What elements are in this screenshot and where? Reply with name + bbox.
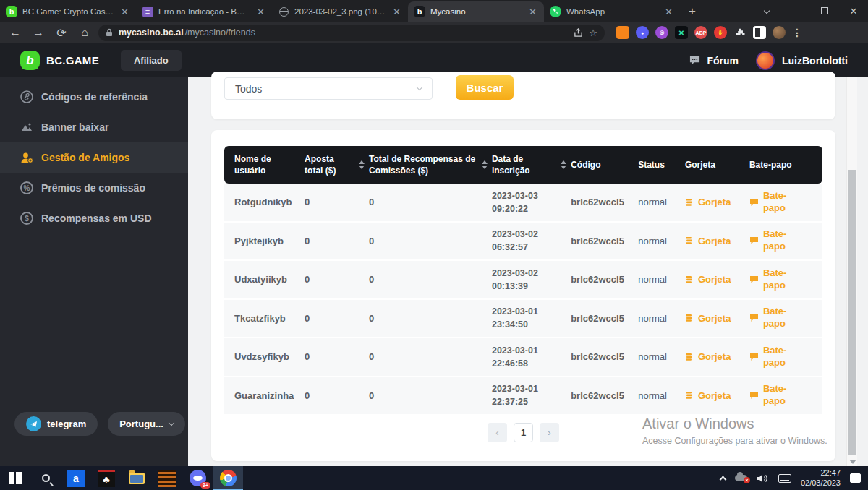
tip-button[interactable]: Gorjeta [685, 313, 749, 324]
language-selector[interactable]: Portugu... [108, 412, 185, 436]
tip-button[interactable]: Gorjeta [685, 351, 749, 362]
tip-button[interactable]: Gorjeta [685, 274, 749, 285]
column-header-signup-date[interactable]: Data de inscrição [492, 153, 571, 176]
cell-username: Tkcatzfikyb [234, 313, 305, 324]
minimize-button[interactable]: — [781, 0, 810, 22]
sidebar-item-gestao-de-amigos[interactable]: Gestão de Amigos [0, 142, 188, 173]
purple-orb-icon[interactable]: ◎ [655, 26, 668, 39]
bcgame-logo-icon: b [20, 51, 40, 70]
table-header-row: Nome de usuário Aposta total ($) Total d… [224, 146, 822, 184]
tray-expand-icon[interactable] [719, 476, 726, 483]
column-header-bet-total[interactable]: Aposta total ($) [305, 153, 369, 176]
metamask-icon[interactable] [616, 26, 629, 39]
close-tab-icon[interactable]: ✕ [255, 7, 266, 17]
pagination-current-page[interactable]: 1 [514, 423, 533, 442]
close-tab-icon[interactable]: ✕ [391, 7, 402, 17]
username-label[interactable]: LuizBortolotti [782, 55, 848, 66]
back-icon[interactable]: ← [6, 23, 25, 42]
exchange-icon[interactable]: ✕ [675, 26, 688, 39]
close-window-button[interactable]: ✕ [839, 0, 868, 22]
profile-avatar[interactable] [773, 26, 786, 39]
sidebar-item-recompensas-em-usd[interactable]: $ Recompensas em USD [0, 203, 188, 233]
sidebar-item-premios-de-comissao[interactable]: % Prêmios de comissão [0, 173, 188, 203]
stop-hand-icon[interactable]: ✋ [714, 26, 727, 39]
sidebar-item-banner-baixar[interactable]: Banner baixar [0, 112, 188, 142]
language-label: Portugu... [119, 418, 163, 429]
column-header-commission-total[interactable]: Total de Recompensas de Comissões ($) [369, 153, 492, 176]
adblock-icon[interactable]: ABP [694, 26, 707, 39]
volume-icon[interactable] [757, 473, 769, 483]
telegram-label: telegram [47, 418, 86, 429]
scrollbar-down-arrow-icon[interactable] [849, 460, 856, 464]
page-scrollbar[interactable] [846, 77, 857, 466]
new-tab-button[interactable]: + [680, 4, 705, 22]
forum-label: Fórum [707, 55, 739, 66]
sidebar-icon[interactable] [753, 26, 766, 39]
game-icon[interactable] [152, 466, 182, 490]
column-header-chat: Bate-papo [749, 159, 820, 171]
windows-taskbar: a ♣ 9+ × 22:47 02/03/2023 [0, 466, 868, 490]
chrome-icon[interactable] [213, 466, 243, 490]
scrollbar-thumb[interactable] [848, 170, 856, 455]
user-avatar[interactable] [756, 51, 775, 70]
chat-button[interactable]: Bate-papo [749, 267, 820, 292]
clock[interactable]: 22:47 02/03/2023 [801, 468, 841, 489]
search-icon[interactable] [30, 466, 61, 490]
close-tab-icon[interactable]: ✕ [527, 7, 538, 17]
share-icon[interactable] [574, 28, 583, 38]
chat-button[interactable]: Bate-papo [749, 383, 820, 408]
telegram-button[interactable]: telegram [14, 412, 98, 436]
sort-icon[interactable] [561, 160, 566, 169]
notification-center-icon[interactable] [850, 473, 861, 483]
forum-link[interactable]: Fórum [689, 55, 739, 66]
search-button[interactable]: Buscar [456, 75, 514, 100]
forward-icon[interactable]: → [29, 23, 48, 42]
friends-table: Nome de usuário Aposta total ($) Total d… [224, 146, 822, 416]
cell-commission-total: 0 [369, 236, 492, 246]
pagination-prev-icon[interactable]: ‹ [488, 423, 507, 442]
cell-status: normal [638, 274, 685, 285]
discord-icon[interactable]: 9+ [182, 466, 213, 490]
list-icon: ≡ [142, 6, 153, 17]
reload-icon[interactable]: ⟳ [52, 23, 71, 42]
tab-bcgame-casino[interactable]: b BC.Game: Crypto Casino Gam ✕ [0, 1, 136, 22]
sort-icon[interactable] [359, 160, 365, 169]
ghost-icon[interactable]: ● [636, 26, 649, 39]
sync-error-icon[interactable]: × [735, 475, 747, 481]
keyboard-icon[interactable] [778, 474, 791, 483]
nav-tab-afiliado[interactable]: Afiliado [121, 50, 182, 71]
chat-button[interactable]: Bate-papo [749, 190, 820, 215]
puzzle-icon[interactable] [733, 26, 746, 39]
cell-status: normal [638, 390, 685, 401]
amd-icon[interactable]: a [61, 466, 91, 490]
tab-png-image[interactable]: 2023-03-02_3.png (1024×76 ✕ [272, 1, 408, 22]
menu-dots-icon[interactable]: ⋮ [792, 27, 802, 38]
chat-button[interactable]: Bate-papo [749, 306, 820, 330]
explorer-icon[interactable] [122, 466, 152, 490]
close-tab-icon[interactable]: ✕ [663, 7, 674, 17]
url-path: /mycasino/friends [185, 27, 255, 38]
pagination-next-icon[interactable]: › [540, 423, 559, 442]
sort-icon[interactable] [482, 160, 488, 169]
tab-whatsapp[interactable]: WhatsApp ✕ [544, 1, 680, 22]
address-bar[interactable]: mycasino.bc.ai/mycasino/friends ☆ [98, 25, 605, 41]
close-tab-icon[interactable]: ✕ [119, 7, 130, 17]
chat-button[interactable]: Bate-papo [749, 345, 820, 369]
cell-username: Uvdzsyfikyb [234, 351, 305, 362]
maximize-button[interactable] [810, 0, 839, 22]
tab-mycasino-active[interactable]: b Mycasino ✕ [408, 1, 544, 22]
tip-button[interactable]: Gorjeta [685, 390, 749, 401]
filter-select[interactable]: Todos [224, 77, 433, 100]
home-icon[interactable]: ⌂ [75, 23, 94, 42]
tip-button[interactable]: Gorjeta [685, 197, 749, 207]
tab-search-icon[interactable] [752, 0, 781, 22]
bcgame-logo[interactable]: b BC.GAME [20, 51, 99, 70]
poker-icon[interactable]: ♣ [91, 466, 122, 490]
tab-erro-indicacao[interactable]: ≡ Erro na Indicação - BC.Game ✕ [136, 1, 272, 22]
start-icon[interactable] [0, 466, 30, 490]
chevron-down-icon [417, 85, 422, 90]
sidebar-item-codigos-de-referencia[interactable]: Códigos de referência [0, 82, 188, 112]
bookmark-star-icon[interactable]: ☆ [589, 27, 597, 38]
chat-button[interactable]: Bate-papo [749, 228, 820, 253]
tip-button[interactable]: Gorjeta [685, 236, 749, 246]
